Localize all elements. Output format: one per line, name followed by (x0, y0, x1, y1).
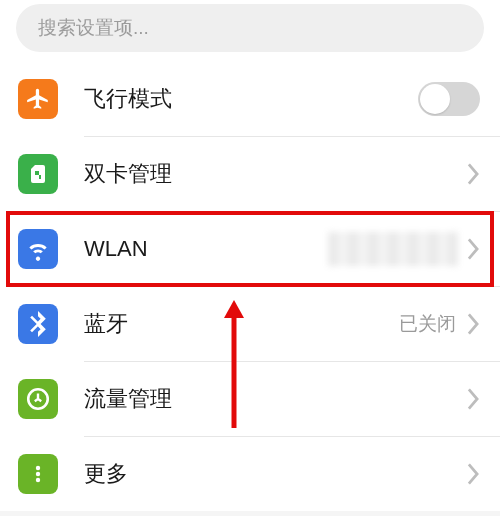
row-label: 蓝牙 (84, 309, 399, 339)
svg-point-3 (36, 478, 40, 482)
chevron-right-icon (466, 163, 480, 185)
row-label: 更多 (84, 459, 466, 489)
search-input[interactable]: 搜索设置项... (16, 4, 484, 52)
search-placeholder: 搜索设置项... (38, 15, 149, 41)
settings-list: 飞行模式 双卡管理 WLAN 蓝牙 已关闭 (0, 62, 500, 516)
row-label: 双卡管理 (84, 159, 466, 189)
svg-point-1 (36, 466, 40, 470)
chevron-right-icon (466, 238, 480, 260)
row-more[interactable]: 更多 (0, 437, 500, 511)
wifi-icon (18, 229, 58, 269)
row-label: WLAN (84, 236, 328, 262)
wlan-network-name-blurred (328, 232, 458, 266)
more-icon (18, 454, 58, 494)
row-wlan[interactable]: WLAN (0, 212, 500, 286)
chevron-right-icon (466, 388, 480, 410)
chevron-right-icon (466, 313, 480, 335)
row-bluetooth[interactable]: 蓝牙 已关闭 (0, 287, 500, 361)
chevron-right-icon (466, 463, 480, 485)
row-value: 已关闭 (399, 311, 456, 337)
data-usage-icon (18, 379, 58, 419)
airplane-icon (18, 79, 58, 119)
sim-card-icon (18, 154, 58, 194)
airplane-toggle[interactable] (418, 82, 480, 116)
section-gap (0, 511, 500, 516)
row-data-usage[interactable]: 流量管理 (0, 362, 500, 436)
bluetooth-icon (18, 304, 58, 344)
toggle-knob (420, 84, 450, 114)
row-dual-sim[interactable]: 双卡管理 (0, 137, 500, 211)
row-airplane-mode[interactable]: 飞行模式 (0, 62, 500, 136)
svg-point-2 (36, 472, 40, 476)
row-label: 飞行模式 (84, 84, 418, 114)
row-label: 流量管理 (84, 384, 466, 414)
